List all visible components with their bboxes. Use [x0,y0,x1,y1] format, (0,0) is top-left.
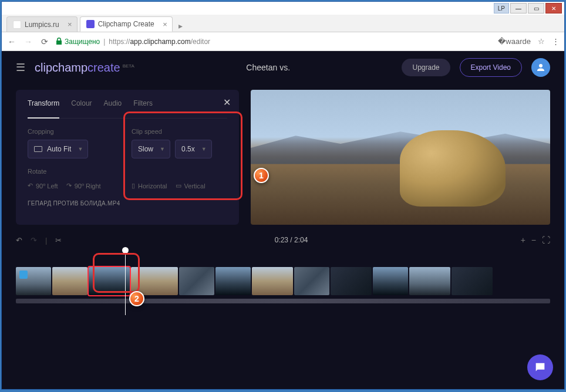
zoom-out-button[interactable]: − [531,235,536,245]
browser-tabstrip: Lumpics.ru × Clipchamp Create × ▸ [2,15,564,32]
window-maximize-button[interactable]: ▭ [528,3,544,13]
rotate-left-button[interactable]: ↶ 90º Left [28,182,58,190]
favicon-icon [86,20,95,28]
timeline-clip[interactable] [409,267,450,295]
person-icon [535,62,546,73]
rotate-label: Rotate [28,168,123,175]
browser-tab-lumpics[interactable]: Lumpics.ru × [6,16,78,32]
audio-track[interactable] [16,299,550,303]
panel-tabs: Transform Colour Audio Filters [28,99,227,119]
chevron-down-icon: ▼ [201,146,207,152]
clip-filename: ГЕПАРД ПРОТИВ БОЛИДА.MP4 [28,200,227,207]
undo-button[interactable]: ↶ [16,236,22,245]
timeline-clip[interactable] [252,267,293,295]
playhead[interactable] [125,249,126,315]
url-field[interactable]: Защищено | https://app.clipchamp.com/edi… [56,38,492,46]
video-track[interactable] [16,267,550,295]
tab-close-icon[interactable]: × [163,20,167,29]
app-root: ☰ clipchampcreate BETA Cheetan vs. Upgra… [2,51,564,389]
lock-icon [56,38,62,45]
timeline-clip[interactable] [452,267,493,295]
browser-tab-clipchamp[interactable]: Clipchamp Create × [80,16,173,32]
nav-reload-button[interactable]: ⟳ [39,37,50,46]
timeline-toolbar: ↶ ↷ | ✂ 0:23 / 2:04 + − ⛶ [2,231,564,249]
timeline-clip[interactable] [16,267,51,295]
bookmark-icon[interactable]: ☆ [538,37,545,46]
timeline-clip-selected[interactable] [89,267,130,295]
translate-icon[interactable]: �waarde [498,37,531,46]
new-tab-button[interactable]: ▸ [175,20,187,32]
chat-icon [534,361,547,374]
video-preview[interactable] [251,90,550,225]
upgrade-button[interactable]: Upgrade [402,59,450,76]
app-header: ☰ clipchampcreate BETA Cheetan vs. Upgra… [2,51,564,84]
tab-filters[interactable]: Filters [133,99,153,112]
annotation-marker-1: 1 [254,168,269,183]
annotation-marker-2: 2 [129,291,144,306]
speed-multiplier-dropdown[interactable]: 0.5x ▼ [175,140,212,158]
favicon-icon [13,21,21,29]
timecode-display: 0:23 / 2:04 [275,236,308,244]
nav-back-button[interactable]: ← [6,37,17,46]
cropping-dropdown[interactable]: Auto Fit ▼ [28,140,88,158]
timeline-clip[interactable] [215,267,251,295]
tab-close-icon[interactable]: × [68,20,72,29]
nav-forward-button[interactable]: → [23,37,33,46]
timeline[interactable] [2,249,564,321]
support-chat-button[interactable] [527,354,553,380]
zoom-fit-button[interactable]: ⛶ [542,235,550,245]
browser-address-bar: ← → ⟳ Защищено | https://app.clipchamp.c… [2,32,564,51]
project-title[interactable]: Cheetan vs. [144,63,393,72]
window-close-button[interactable]: ✕ [545,3,562,13]
cropping-label: Cropping [28,128,123,135]
tab-transform[interactable]: Transform [28,99,59,119]
export-video-button[interactable]: Export Video [460,58,523,77]
panel-close-button[interactable]: ✕ [223,97,231,108]
transition-icon [19,271,28,279]
tab-title: Lumpics.ru [25,21,59,29]
window-minimize-button[interactable]: — [510,3,527,13]
split-button[interactable]: ✂ [55,236,62,245]
tab-title: Clipchamp Create [98,20,154,28]
speed-mode-dropdown[interactable]: Slow ▼ [132,140,170,158]
timeline-clip[interactable] [52,267,87,295]
flip-horizontal-button[interactable]: ▯ Horizontal [132,182,167,190]
redo-button[interactable]: ↷ [31,236,37,245]
user-avatar[interactable] [531,58,550,77]
chevron-down-icon: ▼ [160,146,165,152]
tab-audio[interactable]: Audio [104,99,122,112]
chevron-down-icon: ▼ [78,146,83,152]
window-user-badge: LP [494,3,509,13]
tab-colour[interactable]: Colour [71,99,92,112]
timeline-clip[interactable] [294,267,329,295]
secure-indicator: Защищено [56,38,100,46]
timeline-clip[interactable] [373,267,408,295]
fit-icon [34,146,42,152]
timeline-clip[interactable] [179,267,214,295]
app-logo: clipchampcreate BETA [35,61,134,75]
zoom-in-button[interactable]: + [521,235,525,245]
hamburger-menu-icon[interactable]: ☰ [16,61,25,74]
properties-panel: ✕ Transform Colour Audio Filters Croppin… [16,90,239,225]
window-titlebar: LP — ▭ ✕ [2,2,564,15]
flip-vertical-button[interactable]: ▭ Vertical [176,182,205,190]
browser-menu-icon[interactable]: ⋮ [552,37,560,46]
timeline-clip[interactable] [331,267,372,295]
rotate-right-button[interactable]: ↷ 90º Right [66,182,101,190]
clip-speed-label: Clip speed [132,128,227,135]
